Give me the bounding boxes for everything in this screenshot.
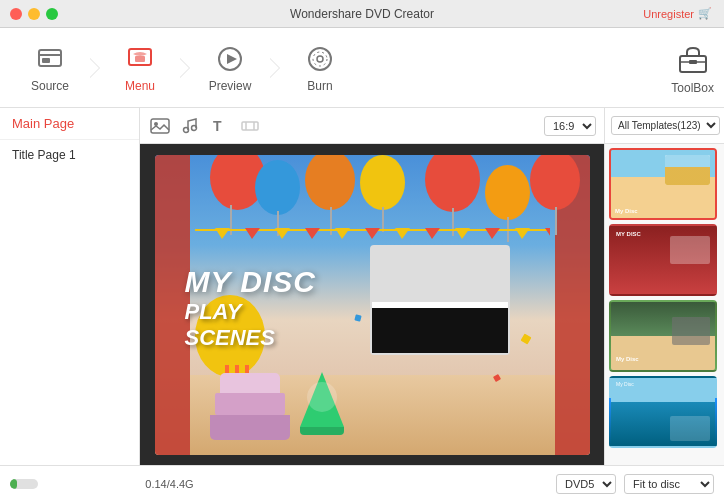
svg-point-9 [313,52,327,66]
music-icon-button[interactable] [178,114,202,138]
cart-icon: 🛒 [698,7,712,20]
cake-decoration [220,373,290,440]
svg-rect-2 [42,58,50,63]
left-panel-item-title[interactable]: Title Page 1 [0,140,139,170]
source-icon [34,43,66,75]
progress-fill [10,479,17,489]
fit-to-disc-select[interactable]: Fit to disc High Quality Standard [624,474,714,494]
minimize-button[interactable] [28,8,40,20]
nav-item-burn[interactable]: Burn [280,30,360,105]
close-button[interactable] [10,8,22,20]
nav-bar: Source Menu [10,30,360,105]
svg-marker-6 [227,54,237,64]
scene-text: MY DISC PLAY SCENES [185,265,316,351]
main-toolbar: Source Menu [0,28,724,108]
window-controls [10,8,58,20]
svg-point-7 [309,48,331,70]
template-thumb-1[interactable]: My Disc [609,148,717,220]
svg-point-17 [192,125,197,130]
window-title: Wondershare DVD Creator [290,7,434,21]
toolbox-icon [675,41,711,77]
svg-marker-30 [425,228,440,239]
storage-text: 0.14/4.4G [46,478,293,490]
nav-item-preview[interactable]: Preview [190,30,270,105]
svg-marker-33 [515,228,530,239]
svg-marker-25 [275,228,290,239]
preview-label: Preview [209,79,252,93]
svg-text:T: T [213,118,222,134]
unregister-link[interactable]: Unregister 🛒 [643,7,712,20]
center-toolbar: T 16:9 4:3 [140,108,604,144]
svg-marker-32 [485,228,500,239]
aspect-ratio-select[interactable]: 16:9 4:3 [544,116,596,136]
svg-marker-26 [305,228,320,239]
right-panel: All Templates(123) Nature Holiday Birthd… [604,108,724,465]
title-bar: Wondershare DVD Creator Unregister 🛒 [0,0,724,28]
template-thumb-2[interactable]: MY DISC [609,224,717,296]
maximize-button[interactable] [46,8,58,20]
burn-label: Burn [307,79,332,93]
svg-rect-4 [135,56,145,62]
preview-icon [214,43,246,75]
edit-icons: T [148,114,536,138]
left-panel-header: Main Page [0,108,139,140]
menu-nav-icon [124,43,156,75]
svg-rect-0 [39,50,61,66]
svg-point-8 [317,56,323,62]
svg-rect-11 [689,60,697,64]
toolbox-button[interactable]: ToolBox [671,41,714,95]
unregister-label: Unregister [643,8,694,20]
tv-screen [372,308,508,353]
text-icon-button[interactable]: T [208,114,232,138]
party-hat [300,372,344,435]
svg-rect-14 [151,119,169,133]
template-thumb-4[interactable]: My Disc [609,376,717,448]
main-content: Main Page Title Page 1 [0,108,724,465]
center-panel: T 16:9 4:3 [140,108,604,465]
template-list: My Disc MY DISC My Disc [605,144,724,452]
disc-type-select[interactable]: DVD5 DVD9 [556,474,616,494]
svg-marker-28 [365,228,380,239]
scene-line1: MY DISC [185,265,316,299]
template-dropdown[interactable]: All Templates(123) Nature Holiday Birthd… [611,116,720,135]
settings-icon-button[interactable] [238,114,262,138]
svg-point-16 [184,127,189,132]
image-icon-button[interactable] [148,114,172,138]
menu-label: Menu [125,79,155,93]
left-panel: Main Page Title Page 1 [0,108,140,465]
svg-marker-27 [335,228,350,239]
template-thumb-3[interactable]: My Disc [609,300,717,372]
svg-rect-19 [242,122,258,130]
burn-icon [304,43,336,75]
svg-marker-31 [455,228,470,239]
scene-line3: SCENES [185,325,316,351]
scene-tv [370,245,510,355]
progress-bar [10,479,38,489]
toolbox-label: ToolBox [671,81,714,95]
source-label: Source [31,79,69,93]
scene-line2: PLAY [185,299,316,325]
svg-marker-29 [395,228,410,239]
scene-preview: MY DISC PLAY SCENES [155,155,590,455]
template-header: All Templates(123) Nature Holiday Birthd… [605,108,724,144]
title-page-label: Title Page 1 [12,148,76,162]
svg-marker-23 [215,228,230,239]
svg-marker-24 [245,228,260,239]
nav-item-menu[interactable]: Menu [100,30,180,105]
bottom-bar: 0.14/4.4G DVD5 DVD9 Fit to disc High Qua… [0,465,724,501]
nav-item-source[interactable]: Source [10,30,90,105]
preview-area: MY DISC PLAY SCENES [140,144,604,465]
